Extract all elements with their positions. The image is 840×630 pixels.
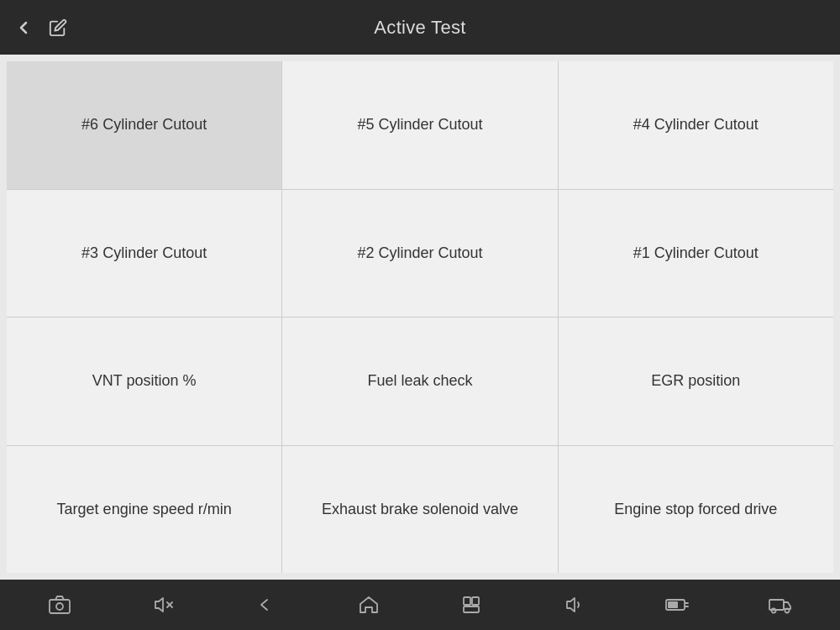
grid-cell-10[interactable]: Target engine speed r/min [7, 446, 281, 574]
cell-label-9: EGR position [651, 372, 740, 390]
svg-rect-8 [464, 606, 479, 612]
svg-rect-6 [464, 597, 470, 605]
cell-label-1: #6 Cylinder Cutout [81, 116, 207, 134]
grid-cell-4[interactable]: #3 Cylinder Cutout [7, 190, 281, 318]
home-icon[interactable] [352, 588, 386, 622]
battery-icon[interactable] [660, 588, 694, 622]
volume-mute-icon[interactable] [146, 588, 180, 622]
page-title: Active Test [374, 17, 465, 39]
grid-cell-2[interactable]: #5 Cylinder Cutout [282, 61, 557, 189]
grid-cell-1[interactable]: #6 Cylinder Cutout [7, 61, 281, 189]
cell-label-3: #4 Cylinder Cutout [633, 116, 759, 134]
svg-rect-13 [668, 601, 678, 608]
cell-label-4: #3 Cylinder Cutout [81, 244, 207, 262]
grid-cell-11[interactable]: Exhaust brake solenoid valve [282, 446, 557, 574]
grid-cell-8[interactable]: Fuel leak check [282, 318, 557, 445]
top-bar: Active Test [0, 0, 840, 55]
cell-label-12: Engine stop forced drive [614, 501, 777, 518]
svg-rect-0 [50, 600, 70, 613]
truck-icon[interactable] [764, 588, 797, 622]
svg-marker-2 [155, 598, 163, 612]
volume-down-icon[interactable] [558, 588, 591, 622]
overview-icon[interactable] [454, 588, 488, 622]
svg-rect-14 [769, 600, 784, 610]
camera-icon[interactable] [43, 588, 76, 622]
svg-point-1 [56, 603, 63, 610]
svg-rect-7 [472, 597, 479, 605]
test-grid: #6 Cylinder Cutout#5 Cylinder Cutout#4 C… [0, 55, 840, 580]
svg-marker-9 [567, 598, 575, 612]
grid-cell-5[interactable]: #2 Cylinder Cutout [282, 190, 557, 318]
cell-label-5: #2 Cylinder Cutout [357, 244, 482, 262]
cell-label-8: Fuel leak check [367, 372, 472, 390]
grid-cell-9[interactable]: EGR position [559, 318, 833, 445]
grid-cell-7[interactable]: VNT position % [7, 318, 281, 445]
cell-label-10: Target engine speed r/min [57, 501, 232, 518]
back-nav-icon[interactable] [249, 588, 282, 622]
bottom-bar [0, 580, 840, 630]
grid-cell-12[interactable]: Engine stop forced drive [559, 446, 833, 574]
grid-cell-3[interactable]: #4 Cylinder Cutout [559, 61, 833, 189]
cell-label-2: #5 Cylinder Cutout [357, 116, 482, 134]
svg-point-16 [785, 609, 789, 613]
grid-cell-6[interactable]: #1 Cylinder Cutout [559, 190, 833, 318]
back-button[interactable] [13, 18, 34, 38]
cell-label-7: VNT position % [92, 372, 197, 390]
svg-point-15 [771, 609, 775, 613]
edit-button[interactable] [49, 18, 67, 37]
cell-label-6: #1 Cylinder Cutout [633, 244, 759, 262]
svg-marker-5 [360, 597, 377, 612]
top-bar-left [13, 18, 67, 38]
cell-label-11: Exhaust brake solenoid valve [322, 501, 518, 518]
